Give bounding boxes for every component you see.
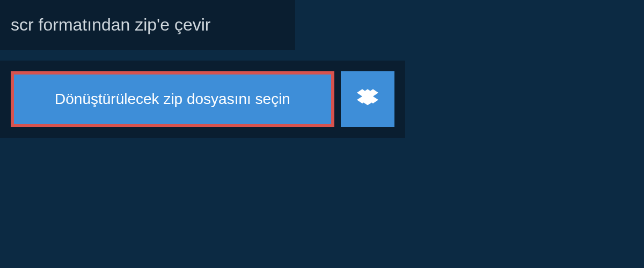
upload-section: Dönüştürülecek zip dosyasını seçin (0, 61, 405, 138)
file-select-label: Dönüştürülecek zip dosyasını seçin (55, 91, 290, 108)
header-bar: scr formatından zip'e çevir (0, 0, 295, 50)
dropbox-button[interactable] (341, 71, 394, 127)
page-title: scr formatından zip'e çevir (11, 15, 284, 35)
file-select-button[interactable]: Dönüştürülecek zip dosyasını seçin (11, 71, 334, 127)
dropbox-icon (357, 87, 378, 111)
